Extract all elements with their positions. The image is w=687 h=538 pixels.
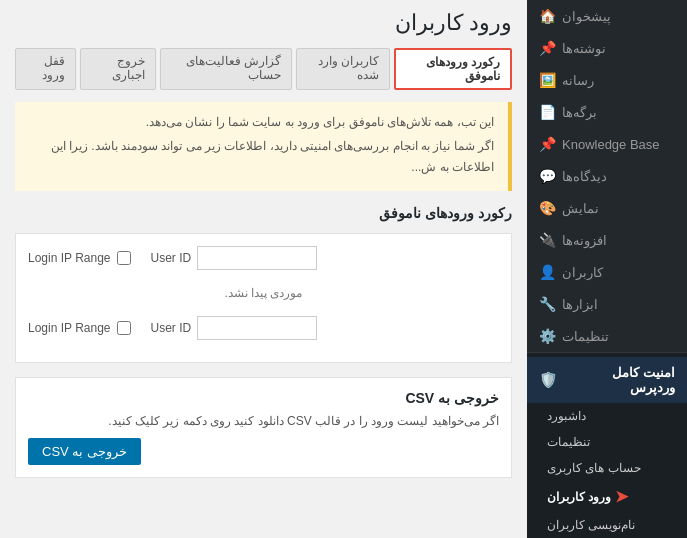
sidebar-item-label: برگه‌ها (562, 105, 597, 120)
tools-icon: 🔧 (539, 296, 556, 312)
appearance-icon: 🎨 (539, 200, 556, 216)
alert-box: این تب، همه تلاش‌های ناموفق برای ورود به… (15, 102, 512, 191)
filter-row-1: User ID Login IP Range (28, 246, 499, 270)
login-ip-range-field-2[interactable]: Login IP Range (28, 321, 131, 335)
security-section-title: امنیت کامل وردپرس (564, 365, 675, 395)
sidebar-item-users[interactable]: کاربران 👤 (527, 256, 687, 288)
security-sub-settings[interactable]: تنظیمات (527, 429, 687, 455)
security-section: امنیت کامل وردپرس 🛡️ داشبورد تنظیمات حسا… (527, 352, 687, 538)
filter-row-2: User ID Login IP Range (28, 316, 499, 340)
alert-line2: اگر شما نیاز به انجام بررسی‌های امنیتی د… (29, 136, 494, 177)
login-ip-range-field[interactable]: Login IP Range (28, 251, 131, 265)
sidebar-item-tools[interactable]: ابزارها 🔧 (527, 288, 687, 320)
sidebar-item-label: کاربران (562, 265, 603, 280)
main-content: ورود کاربران قفل ورود خروج اجباری گزارش … (0, 0, 527, 538)
users-icon: 👤 (539, 264, 556, 280)
sidebar-item-label: رسانه (562, 73, 594, 88)
knowledge-base-icon: 📌 (539, 136, 556, 152)
posts-icon: 📌 (539, 40, 556, 56)
tab-label: گزارش فعالیت‌های حساب (186, 54, 281, 82)
sidebar-item-inbox[interactable]: پیشخوان 🏠 (527, 0, 687, 32)
user-id-field-2[interactable]: User ID (151, 316, 318, 340)
settings-icon: ⚙️ (539, 328, 556, 344)
tab-forced-logout[interactable]: خروج اجباری (80, 48, 156, 90)
security-sub-dashboard[interactable]: داشبورد (527, 403, 687, 429)
export-description: اگر می‌خواهید لیست ورود را در قالب CSV د… (28, 414, 499, 428)
login-ip-label: Login IP Range (28, 251, 111, 265)
sidebar: پیشخوان 🏠 نوشته‌ها 📌 رسانه 🖼️ برگه‌ها 📄 … (527, 0, 687, 538)
sidebar-item-plugins[interactable]: افزونه‌ها 🔌 (527, 224, 687, 256)
home-icon: 🏠 (539, 8, 556, 24)
shield-icon: 🛡️ (539, 371, 558, 389)
page-title: ورود کاربران (15, 10, 512, 36)
security-section-header[interactable]: امنیت کامل وردپرس 🛡️ (527, 357, 687, 403)
no-results-message: موردی پیدا نشد. (28, 280, 499, 306)
alert-line1: این تب، همه تلاش‌های ناموفق برای ورود به… (29, 112, 494, 132)
login-ip-checkbox[interactable] (117, 251, 131, 265)
tab-failed-logins[interactable]: رکورد ورودهای ناموفق (394, 48, 512, 90)
sidebar-item-label: ابزارها (562, 297, 598, 312)
tab-label: خروج اجباری (112, 54, 145, 82)
sidebar-item-comments[interactable]: دیدگاه‌ها 💬 (527, 160, 687, 192)
sidebar-item-settings[interactable]: تنظیمات ⚙️ (527, 320, 687, 352)
user-id-label: User ID (151, 251, 192, 265)
security-sub-label: تنظیمات (547, 435, 590, 449)
export-title: خروجی به CSV (28, 390, 499, 406)
security-sub-user-accounts[interactable]: حساب های کاربری (527, 455, 687, 481)
sidebar-item-label: پیشخوان (562, 9, 611, 24)
user-id-input[interactable] (197, 246, 317, 270)
sidebar-item-pages[interactable]: برگه‌ها 📄 (527, 96, 687, 128)
sidebar-item-label: نمایش (562, 201, 599, 216)
security-sub-label: ورود کاربران (547, 490, 611, 504)
media-icon: 🖼️ (539, 72, 556, 88)
sidebar-item-label: تنظیمات (562, 329, 609, 344)
sidebar-item-label: نوشته‌ها (562, 41, 606, 56)
nav-tabs: قفل ورود خروج اجباری گزارش فعالیت‌های حس… (15, 48, 512, 90)
comments-icon: 💬 (539, 168, 556, 184)
filter-table: User ID Login IP Range موردی پیدا نشد. U… (15, 233, 512, 363)
security-sub-label: داشبورد (547, 409, 586, 423)
tab-label: رکورد ورودهای ناموفق (426, 55, 500, 83)
arrow-icon: ➤ (615, 487, 628, 506)
sidebar-item-label: دیدگاه‌ها (562, 169, 607, 184)
tab-logged-in[interactable]: کاربران وارد شده (296, 48, 390, 90)
sidebar-item-media[interactable]: رسانه 🖼️ (527, 64, 687, 96)
user-id-label-2: User ID (151, 321, 192, 335)
tab-label: کاربران وارد شده (318, 54, 379, 82)
security-sub-user-registration[interactable]: نام‌نویسی کاربران (527, 512, 687, 538)
security-sub-label: حساب های کاربری (547, 461, 641, 475)
tab-activity-report[interactable]: گزارش فعالیت‌های حساب (160, 48, 292, 90)
section-title: رکورد ورودهای ناموفق (15, 205, 512, 221)
security-sub-user-login[interactable]: ➤ ورود کاربران (527, 481, 687, 512)
login-ip-checkbox-2[interactable] (117, 321, 131, 335)
pages-icon: 📄 (539, 104, 556, 120)
tab-lock[interactable]: قفل ورود (15, 48, 76, 90)
export-csv-button[interactable]: خروجی به CSV (28, 438, 141, 465)
user-id-input-2[interactable] (197, 316, 317, 340)
sidebar-item-posts[interactable]: نوشته‌ها 📌 (527, 32, 687, 64)
sidebar-item-label: Knowledge Base (562, 137, 660, 152)
sidebar-item-knowledge-base[interactable]: Knowledge Base 📌 (527, 128, 687, 160)
sidebar-item-appearance[interactable]: نمایش 🎨 (527, 192, 687, 224)
user-id-field[interactable]: User ID (151, 246, 318, 270)
plugins-icon: 🔌 (539, 232, 556, 248)
sidebar-item-label: افزونه‌ها (562, 233, 607, 248)
login-ip-label-2: Login IP Range (28, 321, 111, 335)
tab-label: قفل ورود (42, 54, 65, 82)
security-sub-label: نام‌نویسی کاربران (547, 518, 635, 532)
export-section: خروجی به CSV اگر می‌خواهید لیست ورود را … (15, 377, 512, 478)
